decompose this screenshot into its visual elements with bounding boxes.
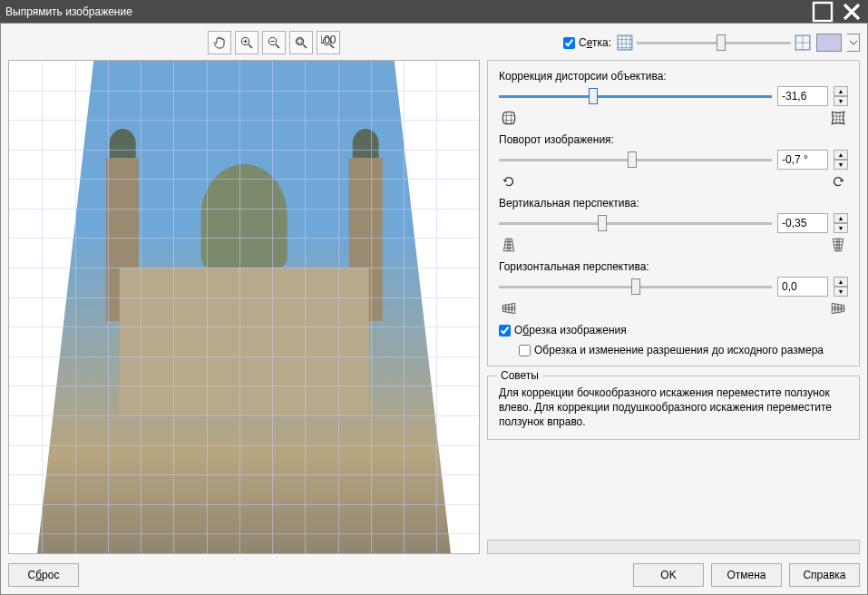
lens-label: Коррекция дисторсии объектива: (499, 70, 848, 83)
zoom-100-button[interactable]: 100 (317, 31, 340, 54)
lens-spin-up[interactable]: ▲ (834, 86, 848, 96)
rotate-slider[interactable] (499, 159, 772, 161)
svg-point-8 (296, 37, 303, 44)
rotate-spin-down[interactable]: ▼ (834, 160, 848, 170)
crop-checkbox-input[interactable] (499, 325, 511, 337)
vertical-perspective-group: Вертикальная перспектива: ▲▼ (499, 197, 848, 253)
button-bar: Сброс OK Отмена Справка (8, 560, 860, 587)
hpersp-spin-up[interactable]: ▲ (834, 277, 848, 287)
correction-controls: Коррекция дисторсии объектива: ▲▼ Повор (487, 60, 860, 366)
tips-box: Советы Для коррекции бочкообразного иска… (487, 376, 860, 440)
vpersp-spin-down[interactable]: ▼ (834, 223, 848, 233)
crop-checkbox[interactable]: Обрезка изображения (499, 324, 848, 337)
dialog-window: Выпрямить изображение (0, 0, 868, 595)
svg-line-9 (303, 44, 307, 48)
tips-text: Для коррекции бочкообразного искажения п… (499, 385, 848, 430)
vpersp-label: Вертикальная перспектива: (499, 197, 848, 210)
rotate-label: Поворот изображения: (499, 133, 848, 146)
rotate-group: Поворот изображения: ▲▼ (499, 133, 848, 190)
svg-line-6 (276, 44, 279, 48)
grid-dense-icon (617, 34, 633, 51)
client-area: 100 Сетка: (0, 23, 868, 595)
svg-rect-10 (297, 39, 302, 44)
svg-line-2 (249, 44, 252, 48)
hpersp-spin-down[interactable]: ▼ (834, 287, 848, 297)
cancel-button[interactable]: Отмена (711, 563, 782, 587)
lens-spin-down[interactable]: ▼ (834, 96, 848, 106)
preview-panel[interactable] (8, 60, 480, 554)
crop-label: Обрезка изображения (514, 324, 627, 337)
hpersp-left-icon[interactable] (501, 300, 517, 317)
crop-resize-checkbox-input[interactable] (519, 345, 531, 356)
grid-checkbox[interactable]: Сетка: (563, 36, 611, 49)
hand-tool-button[interactable] (208, 31, 231, 54)
grid-color-dropdown[interactable] (847, 34, 860, 52)
help-button[interactable]: Справка (789, 563, 860, 587)
reset-button[interactable]: Сброс (8, 563, 79, 587)
hpersp-value[interactable] (777, 277, 828, 297)
rotate-value[interactable] (777, 150, 828, 170)
crop-resize-checkbox[interactable]: Обрезка и изменение разрешения до исходн… (519, 344, 848, 356)
zoom-toolbar: 100 (208, 31, 340, 54)
hpersp-slider[interactable] (499, 286, 772, 288)
lens-value[interactable] (777, 86, 828, 106)
close-button[interactable] (841, 4, 863, 20)
vpersp-slider[interactable] (499, 222, 772, 225)
right-panel: Коррекция дисторсии объектива: ▲▼ Повор (487, 60, 860, 554)
vpersp-bottom-icon[interactable] (830, 237, 846, 253)
rotate-cw-icon[interactable] (830, 173, 846, 190)
zoom-in-button[interactable] (235, 31, 258, 54)
hpersp-label: Горизонтальная перспектива: (499, 260, 848, 273)
horizontal-perspective-group: Горизонтальная перспектива: ▲▼ (499, 260, 848, 317)
lens-slider[interactable] (499, 95, 772, 98)
grid-sparse-icon (795, 34, 811, 51)
svg-text:100: 100 (321, 35, 336, 46)
ok-button[interactable]: OK (633, 563, 704, 587)
barrel-icon[interactable] (501, 110, 517, 126)
pincushion-icon[interactable] (830, 110, 846, 126)
titlebar[interactable]: Выпрямить изображение (0, 0, 868, 23)
grid-controls: Сетка: (563, 34, 860, 52)
grid-size-slider[interactable] (637, 42, 791, 44)
window-title: Выпрямить изображение (5, 5, 812, 18)
horizontal-scrollbar[interactable] (487, 540, 860, 554)
rotate-spin-up[interactable]: ▲ (834, 150, 848, 160)
crop-resize-label: Обрезка и изменение разрешения до исходн… (534, 344, 824, 356)
vpersp-spin-up[interactable]: ▲ (834, 213, 848, 223)
lens-distortion-group: Коррекция дисторсии объектива: ▲▼ (499, 70, 848, 126)
zoom-fit-button[interactable] (289, 31, 313, 54)
hpersp-right-icon[interactable] (830, 300, 846, 317)
grid-label: Сетка: (579, 36, 611, 49)
grid-checkbox-input[interactable] (563, 37, 575, 49)
rotate-ccw-icon[interactable] (501, 173, 517, 190)
tips-title: Советы (497, 369, 542, 382)
zoom-out-button[interactable] (262, 31, 286, 54)
grid-color-swatch[interactable] (816, 34, 842, 52)
maximize-button[interactable] (812, 4, 834, 20)
vpersp-value[interactable] (777, 213, 828, 233)
preview-image (9, 61, 479, 553)
vpersp-top-icon[interactable] (501, 237, 517, 253)
svg-rect-0 (814, 3, 832, 21)
